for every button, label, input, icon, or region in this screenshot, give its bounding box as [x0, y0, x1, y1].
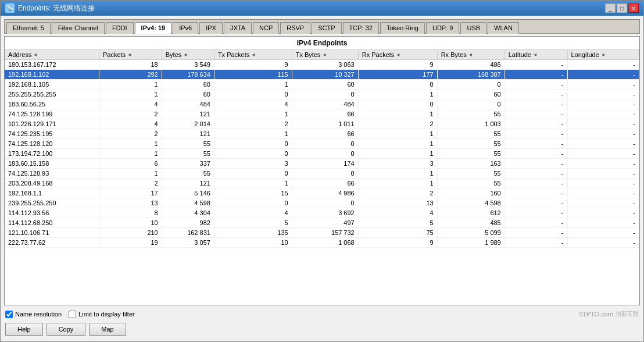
name-resolution-checkbox[interactable]: [5, 311, 13, 318]
table-cell: 55: [437, 179, 505, 188]
table-cell: -: [567, 208, 639, 218]
table-cell: 1: [358, 109, 437, 119]
tab-sctp[interactable]: SCTP: [312, 22, 341, 34]
table-cell: 168 307: [437, 70, 505, 80]
table-row[interactable]: 74.125.128.9315500155--: [5, 169, 639, 179]
table-row[interactable]: 239.255.255.250134 59800134 598--: [5, 198, 639, 208]
table-cell: -: [505, 169, 567, 179]
tab-ethernet--5[interactable]: Ethernet: 5: [6, 22, 51, 34]
tab-fddi[interactable]: FDDI: [106, 22, 134, 34]
table-cell: -: [567, 169, 639, 179]
table-cell: -: [505, 188, 567, 198]
table-cell: 74.125.128.199: [5, 109, 99, 119]
table-row[interactable]: 74.125.128.1992121166155--: [5, 109, 639, 119]
help-button[interactable]: Help: [5, 323, 43, 336]
table-row[interactable]: 101.226.129.17142 01421 01121 003--: [5, 119, 639, 129]
table-cell: -: [505, 70, 567, 80]
col-header-bytes[interactable]: Bytes ◄: [162, 50, 214, 60]
col-header-tx-packets[interactable]: Tx Packets ◄: [214, 50, 292, 60]
app-icon: 📡: [5, 3, 15, 13]
tab-ncp[interactable]: NCP: [253, 22, 279, 34]
table-cell: 60: [162, 80, 214, 90]
table-row[interactable]: 74.125.235.1952121166155--: [5, 129, 639, 139]
tab-token-ring[interactable]: Token Ring: [380, 22, 425, 34]
table-cell: 1: [358, 149, 437, 159]
table-cell: 114.112.68.250: [5, 218, 99, 228]
table-cell: 2 014: [162, 119, 214, 129]
table-cell: 1: [358, 90, 437, 99]
table-cell: 222.73.77.62: [5, 238, 99, 248]
table-cell: 1: [99, 169, 162, 179]
bottom-right: 51PTO.com 创新互联: [579, 310, 639, 318]
bottom-left: Name resolution Limit to display filter: [5, 311, 135, 318]
table-row[interactable]: 192.168.1.10516016000--: [5, 80, 639, 90]
table-cell: 3 549: [162, 60, 214, 70]
table-cell: -: [567, 159, 639, 169]
tab-tcp--32[interactable]: TCP: 32: [343, 22, 379, 34]
name-resolution-label[interactable]: Name resolution: [5, 311, 62, 318]
maximize-button[interactable]: □: [617, 3, 627, 13]
table-cell: 55: [437, 139, 505, 149]
table-cell: 2: [99, 109, 162, 119]
window-title: Endpoints: 无线网络连接: [18, 3, 95, 13]
table-row[interactable]: 183.60.56.254484448400--: [5, 99, 639, 109]
table-cell: 3 063: [292, 60, 358, 70]
table-row[interactable]: 121.10.106.71210162 831135157 732755 099…: [5, 228, 639, 238]
table-row[interactable]: 114.112.68.2501098254975485--: [5, 218, 639, 228]
table-cell: 5: [214, 218, 292, 228]
table-row[interactable]: 173.194.72.10015500155--: [5, 149, 639, 159]
table-cell: -: [505, 208, 567, 218]
table-cell: 1: [358, 139, 437, 149]
col-header-rx-bytes[interactable]: Rx Bytes ◄: [437, 50, 505, 60]
table-cell: 5: [358, 218, 437, 228]
table-cell: 1: [358, 179, 437, 188]
table-cell: 486: [437, 60, 505, 70]
col-header-packets[interactable]: Packets ◄: [99, 50, 162, 60]
limit-filter-checkbox[interactable]: [69, 311, 76, 318]
tab-fibre-channel[interactable]: Fibre Channel: [52, 22, 105, 34]
table-cell: 337: [162, 159, 214, 169]
table-row[interactable]: 192.168.1.1175 146154 9862160--: [5, 188, 639, 198]
table-row[interactable]: 180.153.167.172183 54993 0639486--: [5, 60, 639, 70]
map-button[interactable]: Map: [89, 323, 126, 336]
table-row[interactable]: 222.73.77.62193 057101 06891 989--: [5, 238, 639, 248]
tab-ipx[interactable]: IPX: [199, 22, 223, 34]
table-cell: 66: [292, 109, 358, 119]
tab-wlan[interactable]: WLAN: [488, 22, 519, 34]
table-cell: -: [505, 218, 567, 228]
tab-ipv6[interactable]: IPv6: [173, 22, 198, 34]
col-header-longitude[interactable]: Longitude ◄: [567, 50, 639, 60]
table-cell: -: [567, 238, 639, 248]
tab-jxta[interactable]: JXTA: [224, 22, 252, 34]
table-cell: -: [505, 198, 567, 208]
table-row[interactable]: 203.208.49.1682121166155--: [5, 179, 639, 188]
table-cell: -: [567, 188, 639, 198]
col-header-address[interactable]: Address ◄: [5, 50, 99, 60]
col-header-rx-packets[interactable]: Rx Packets ◄: [358, 50, 437, 60]
table-cell: 3 057: [162, 238, 214, 248]
table-scroll[interactable]: Address ◄Packets ◄Bytes ◄Tx Packets ◄Tx …: [5, 50, 639, 305]
table-row[interactable]: 192.168.1.102292178 63411510 327177168 3…: [5, 70, 639, 80]
col-header-tx-bytes[interactable]: Tx Bytes ◄: [292, 50, 358, 60]
table-cell: 75: [358, 228, 437, 238]
table-row[interactable]: 255.255.255.25516000160--: [5, 90, 639, 99]
tab-usb[interactable]: USB: [460, 22, 486, 34]
table-cell: 9: [358, 238, 437, 248]
copy-button[interactable]: Copy: [46, 323, 86, 336]
limit-filter-label[interactable]: Limit to display filter: [69, 311, 135, 318]
table-cell: 203.208.49.168: [5, 179, 99, 188]
tab-udp--9[interactable]: UDP: 9: [426, 22, 459, 34]
tab-ipv4--19[interactable]: IPv4: 19: [135, 22, 172, 34]
minimize-button[interactable]: _: [605, 3, 616, 13]
table-cell: 66: [292, 129, 358, 139]
table-cell: -: [567, 90, 639, 99]
tab-rsvp[interactable]: RSVP: [280, 22, 310, 34]
table-row[interactable]: 74.125.128.12015500155--: [5, 139, 639, 149]
table-cell: 0: [437, 80, 505, 90]
table-title: IPv4 Endpoints: [5, 37, 639, 50]
close-button[interactable]: ✕: [628, 3, 639, 13]
table-row[interactable]: 114.112.93.5684 30443 6924612--: [5, 208, 639, 218]
col-header-latitude[interactable]: Latitude ◄: [505, 50, 567, 60]
table-row[interactable]: 183.60.15.158633731743163--: [5, 159, 639, 169]
table-cell: 60: [437, 90, 505, 99]
